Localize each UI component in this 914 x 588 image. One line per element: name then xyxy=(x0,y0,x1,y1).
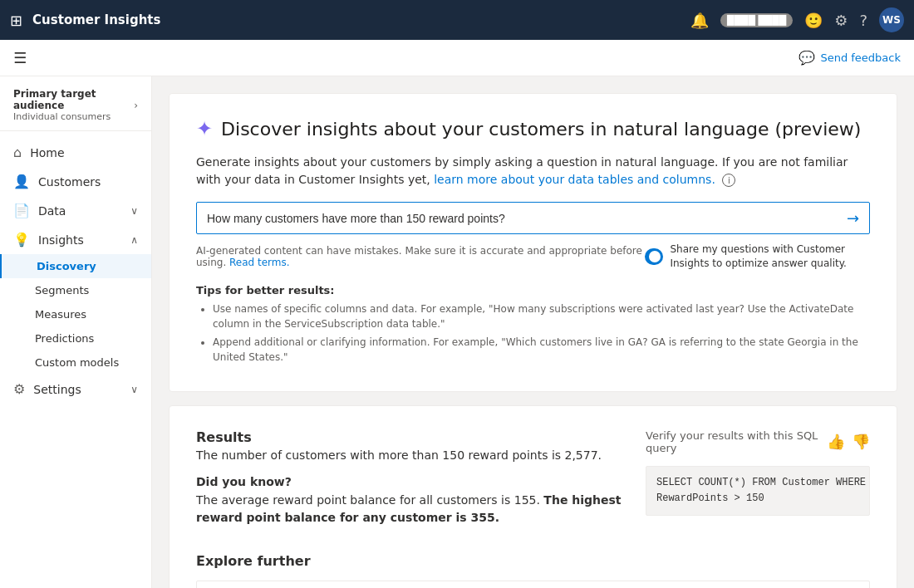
read-terms-link[interactable]: Read terms. xyxy=(229,257,290,268)
sidebar-item-settings-label: Settings xyxy=(33,383,81,396)
learn-more-link[interactable]: learn more about your data tables and co… xyxy=(434,173,715,186)
topbar: ⊞ Customer Insights 🔔 ████ ████ 🙂 ⚙ ? WS xyxy=(0,0,914,40)
results-card: Results The number of customers with mor… xyxy=(169,405,897,588)
audience-chevron: › xyxy=(134,100,138,111)
layout: Primary target audience Individual consu… xyxy=(0,76,914,588)
hamburger-icon[interactable]: ☰ xyxy=(13,49,27,66)
tips-title: Tips for better results: xyxy=(196,284,870,296)
share-label: Share my questions with Customer Insight… xyxy=(670,243,870,271)
disclaimer-text: AI-generated content can have mistakes. … xyxy=(196,245,645,268)
tip-2: Append additional or clarifying informat… xyxy=(213,335,870,365)
sidebar-item-custom-models-label: Custom models xyxy=(35,356,119,369)
audience-selector[interactable]: Primary target audience Individual consu… xyxy=(0,76,151,131)
results-summary: The number of customers with more than 1… xyxy=(196,448,629,462)
sidebar: Primary target audience Individual consu… xyxy=(0,76,152,588)
gear-icon[interactable]: ⚙ xyxy=(834,12,848,29)
tip-1: Use names of specific columns and data. … xyxy=(213,301,870,331)
sidebar-item-data[interactable]: 📄 Data ∨ xyxy=(0,196,151,225)
sql-verify-label: Verify your results with this SQL query xyxy=(646,429,827,454)
discovery-title: Discover insights about your customers i… xyxy=(221,119,861,140)
did-you-know-title: Did you know? xyxy=(196,475,629,488)
did-you-know-text: The average reward point balance for all… xyxy=(196,492,629,527)
search-submit-icon[interactable]: → xyxy=(847,209,859,227)
search-box: → xyxy=(196,202,870,234)
discovery-description: Generate insights about your customers b… xyxy=(196,154,870,189)
data-icon: 📄 xyxy=(13,203,30,218)
sidebar-item-data-label: Data xyxy=(38,204,66,218)
help-icon[interactable]: ? xyxy=(859,12,867,29)
bell-icon[interactable]: 🔔 xyxy=(690,12,709,29)
feedback-icon: 💬 xyxy=(799,50,815,66)
sidebar-item-customers[interactable]: 👤 Customers xyxy=(0,167,151,196)
sidebar-item-home[interactable]: ⌂ Home xyxy=(0,138,151,167)
discovery-card: ✦ Discover insights about your customers… xyxy=(169,93,897,392)
sidebar-item-home-label: Home xyxy=(30,146,64,159)
disclaimer-row: AI-generated content can have mistakes. … xyxy=(196,243,870,271)
sidebar-nav: ⌂ Home 👤 Customers 📄 Data ∨ 💡 Insights ∧… xyxy=(0,131,151,410)
send-feedback-button[interactable]: 💬 Send feedback xyxy=(799,50,901,66)
sidebar-item-custom-models[interactable]: Custom models xyxy=(0,350,151,375)
thumbs-down-icon[interactable]: 👎 xyxy=(852,433,870,450)
search-input[interactable] xyxy=(207,212,847,225)
sidebar-item-insights-label: Insights xyxy=(38,233,84,247)
sidebar-item-segments-label: Segments xyxy=(35,284,89,296)
customers-icon: 👤 xyxy=(13,174,30,189)
sidebar-item-predictions[interactable]: Predictions xyxy=(0,326,151,350)
insights-chevron: ∧ xyxy=(130,234,138,246)
main-content: ✦ Discover insights about your customers… xyxy=(152,76,914,588)
sidebar-item-measures[interactable]: Measures xyxy=(0,302,151,326)
sidebar-item-insights[interactable]: 💡 Insights ∧ xyxy=(0,225,151,254)
results-main: Results The number of customers with mor… xyxy=(196,429,870,527)
discovery-header: ✦ Discover insights about your customers… xyxy=(196,117,870,140)
user-badge: ████ ████ xyxy=(720,13,793,27)
app-title: Customer Insights xyxy=(32,12,681,27)
results-header: Results xyxy=(196,429,629,445)
settings-icon: ⚙ xyxy=(13,381,25,397)
avatar[interactable]: WS xyxy=(879,7,904,32)
sql-feedback: 👍 👎 xyxy=(827,433,870,450)
secondbar: ☰ 💬 Send feedback xyxy=(0,40,914,76)
settings-chevron: ∨ xyxy=(130,384,138,395)
tips-section: Tips for better results: Use names of sp… xyxy=(196,284,870,365)
sidebar-item-discovery-label: Discovery xyxy=(37,260,96,272)
results-right: Verify your results with this SQL query … xyxy=(646,429,870,527)
home-icon: ⌂ xyxy=(13,145,22,160)
sidebar-item-segments[interactable]: Segments xyxy=(0,278,151,302)
sidebar-item-settings[interactable]: ⚙ Settings ∨ xyxy=(0,375,151,404)
sidebar-item-predictions-label: Predictions xyxy=(35,332,94,345)
explore-title: Explore further xyxy=(196,553,870,569)
sparkle-icon: ✦ xyxy=(196,117,213,140)
sidebar-item-customers-label: Customers xyxy=(38,175,101,189)
feedback-label: Send feedback xyxy=(820,51,901,64)
audience-sub: Individual consumers xyxy=(13,111,134,122)
sidebar-item-discovery[interactable]: Discovery xyxy=(0,254,151,278)
explore-item-1[interactable]: 💡 What is the average amount of reward p… xyxy=(196,581,870,588)
explore-section: Explore further 💡 What is the average am… xyxy=(196,553,870,588)
topbar-right: 🔔 ████ ████ 🙂 ⚙ ? WS xyxy=(690,7,904,32)
audience-label: Primary target audience xyxy=(13,88,134,111)
insights-icon: 💡 xyxy=(13,232,30,247)
share-toggle[interactable] xyxy=(645,248,664,265)
sidebar-item-measures-label: Measures xyxy=(35,308,86,321)
smiley-icon[interactable]: 🙂 xyxy=(804,12,823,29)
info-icon[interactable]: i xyxy=(722,174,735,187)
grid-icon[interactable]: ⊞ xyxy=(10,12,22,29)
tips-list: Use names of specific columns and data. … xyxy=(196,301,870,365)
results-left: Results The number of customers with mor… xyxy=(196,429,629,527)
sql-code: SELECT COUNT(*) FROM Customer WHERE Rewa… xyxy=(646,466,870,516)
thumbs-up-icon[interactable]: 👍 xyxy=(827,433,845,450)
data-chevron: ∨ xyxy=(130,205,138,217)
share-toggle-row: Share my questions with Customer Insight… xyxy=(645,243,870,271)
